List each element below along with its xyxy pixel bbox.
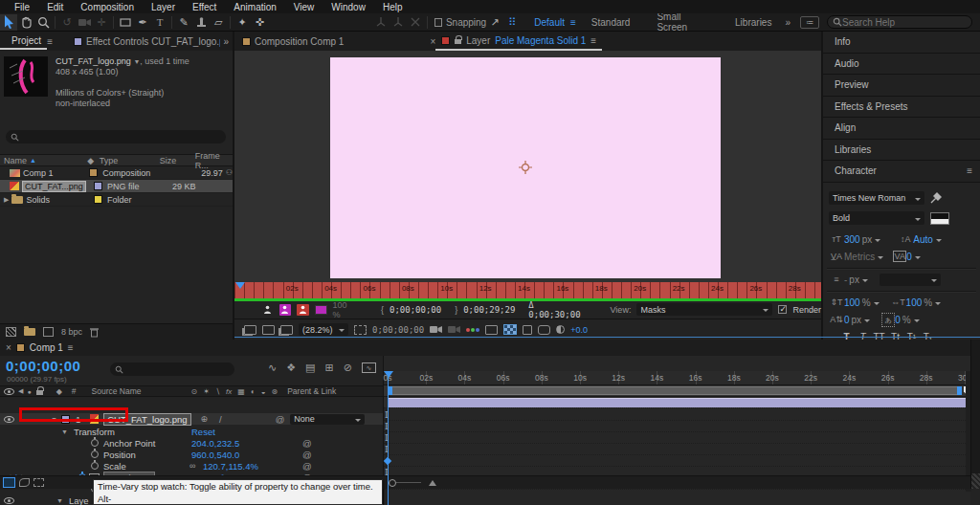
sidebar-panel-header[interactable]: Effects & Presets (823, 97, 980, 119)
project-row-cutfat-png[interactable]: CUT_FAT...png PNG file 29 KB (0, 180, 233, 193)
menu-item[interactable]: Edit (38, 2, 72, 12)
out-point-time[interactable]: 0;00;29;29 (463, 305, 515, 315)
kerning-value[interactable]: Metrics (844, 252, 875, 262)
font-size-value[interactable]: 300 (844, 234, 860, 245)
zoom-in-mountain-icon[interactable] (429, 480, 436, 486)
anchor-point-row[interactable]: Anchor Point 204.0,232.5 @ (0, 437, 383, 449)
stepper-caret-icon[interactable] (864, 319, 870, 325)
scale-label[interactable]: Scale (103, 461, 126, 472)
layer-visibility-eye-icon[interactable] (4, 497, 14, 504)
column-type[interactable]: Type (100, 156, 160, 165)
footage-thumbnail[interactable] (4, 56, 48, 97)
help-search-input[interactable] (842, 17, 967, 28)
snap-grid-icon[interactable]: ⠿ (503, 14, 521, 31)
layer-expander-icon[interactable]: ▼ (56, 497, 63, 504)
stepper-caret-icon[interactable] (936, 239, 942, 245)
sidebar-panel-header[interactable]: Audio (823, 54, 980, 76)
viewer-current-time[interactable]: 0;00;00;00 (372, 325, 424, 335)
show-channels-icon[interactable] (466, 328, 479, 332)
render-checkbox[interactable] (778, 305, 787, 314)
parent-pickwhip-icon[interactable]: @ (276, 414, 285, 425)
zoom-tool[interactable] (34, 14, 52, 31)
pixel-aspect-icon[interactable] (523, 325, 532, 335)
timeline-scrollbar[interactable] (970, 340, 980, 489)
draft-3d-icon[interactable]: ❖ (286, 362, 296, 374)
snap-angle-icon[interactable]: ↗ (486, 14, 503, 31)
timeline-search-box[interactable] (110, 362, 234, 376)
transform-reset-link[interactable]: Reset (191, 427, 215, 437)
pan-behind-tool[interactable]: ✛ (93, 14, 110, 31)
playhead-line[interactable] (388, 371, 389, 505)
expand-folder-icon[interactable]: ▶ (4, 196, 9, 204)
view-person-icon[interactable] (261, 304, 274, 316)
orbit-camera-tool[interactable]: ↺ (58, 14, 76, 31)
brush-tool[interactable]: ✎ (175, 14, 192, 31)
type-tool[interactable]: T (151, 14, 168, 31)
sidebar-panel-header[interactable]: Align (823, 118, 980, 140)
exposure-icon[interactable] (556, 325, 565, 334)
snapshot-camera-icon[interactable] (430, 325, 442, 334)
layer-quality-icon[interactable]: / (219, 414, 222, 425)
label-swatch-lavender[interactable] (94, 182, 102, 190)
stepper-caret-icon[interactable] (875, 239, 880, 245)
eraser-tool[interactable]: ▱ (210, 14, 227, 31)
anchor-point-label[interactable]: Anchor Point (103, 438, 155, 449)
tab-layer-prefix[interactable]: Layer (466, 35, 490, 46)
project-bit-depth[interactable]: 8 bpc (61, 327, 82, 337)
layer-playhead-icon[interactable] (235, 282, 245, 294)
region-of-interest-icon[interactable] (354, 325, 367, 335)
pen-tool[interactable]: ✒ (134, 14, 151, 31)
tab-composition[interactable]: Composition Comp 1 (255, 36, 344, 47)
scale-row[interactable]: Scale ∞ 120.7,115.4% @ (0, 460, 383, 472)
timeline-zoom-handle[interactable] (389, 479, 396, 487)
rectangle-tool[interactable] (117, 14, 134, 31)
layer-visibility-eye-icon[interactable] (4, 416, 14, 423)
project-tab-menu-icon[interactable]: ≡ (47, 36, 53, 47)
menu-item[interactable]: Layer (143, 2, 184, 12)
workspace-default[interactable]: Default (534, 17, 565, 28)
snapping-checkbox[interactable] (434, 18, 442, 27)
menu-item[interactable]: Composition (72, 2, 143, 12)
timeline-tab-label[interactable]: Comp 1 (30, 342, 63, 353)
clone-stamp-tool[interactable] (192, 14, 210, 31)
position-label[interactable]: Position (103, 450, 136, 460)
menu-item[interactable]: File (6, 2, 38, 12)
hand-tool[interactable] (17, 14, 34, 31)
anchor-point-stopwatch-icon[interactable] (91, 439, 99, 447)
tab-project[interactable]: Project (0, 33, 47, 50)
fast-previews-icon[interactable] (538, 325, 550, 335)
horizontal-scale-value[interactable]: 100 (906, 297, 923, 308)
view-person-magenta-icon[interactable] (279, 304, 292, 316)
font-style-dropdown[interactable]: Bold (829, 211, 924, 225)
exposure-value[interactable]: +0.0 (570, 325, 588, 335)
workspace-standard[interactable]: Standard (591, 17, 631, 28)
help-search-box[interactable] (827, 15, 972, 29)
stepper-caret-icon[interactable] (915, 256, 921, 262)
local-axis-mode[interactable] (372, 14, 390, 31)
stepper-caret-icon[interactable] (862, 279, 868, 285)
mask-opacity-value[interactable]: 100 % (333, 300, 357, 319)
tracking-value[interactable]: 0 (906, 252, 912, 262)
puppet-pin-tool[interactable]: ✜ (251, 14, 268, 31)
project-search-input[interactable] (23, 132, 214, 142)
resolution-icon[interactable] (485, 325, 498, 335)
scale-stopwatch-icon[interactable] (91, 462, 99, 470)
source-name-column[interactable]: Source Name (92, 386, 142, 396)
timeline-ruler[interactable]: 0s02s04s06s08s10s12s14s16s18s20s22s24s26… (384, 371, 971, 385)
magnification-dropdown[interactable]: (28.2%) (299, 323, 348, 336)
label-swatch-tan[interactable] (89, 168, 98, 177)
sidebar-panel-header[interactable]: Libraries (823, 140, 980, 162)
label-swatch-yellow[interactable] (94, 195, 102, 204)
menu-item[interactable]: View (285, 2, 323, 12)
baseline-shift-value[interactable]: 0 (844, 315, 850, 325)
position-stopwatch-icon[interactable] (91, 450, 99, 458)
sort-ascending-icon[interactable]: ▲ (30, 157, 36, 164)
close-timeline-tab-icon[interactable]: × (6, 342, 11, 353)
stepper-caret-icon[interactable] (935, 302, 941, 308)
fill-over-stroke-swatch[interactable] (930, 212, 949, 225)
timeline-tab-menu-icon[interactable]: ≡ (68, 342, 74, 353)
new-folder-icon[interactable] (24, 328, 35, 336)
out-point-icon[interactable]: } (455, 305, 457, 315)
lock-icon[interactable] (455, 39, 461, 44)
tab-effect-controls[interactable]: Effect Controls CUT_FAT_logo.p (86, 36, 220, 47)
